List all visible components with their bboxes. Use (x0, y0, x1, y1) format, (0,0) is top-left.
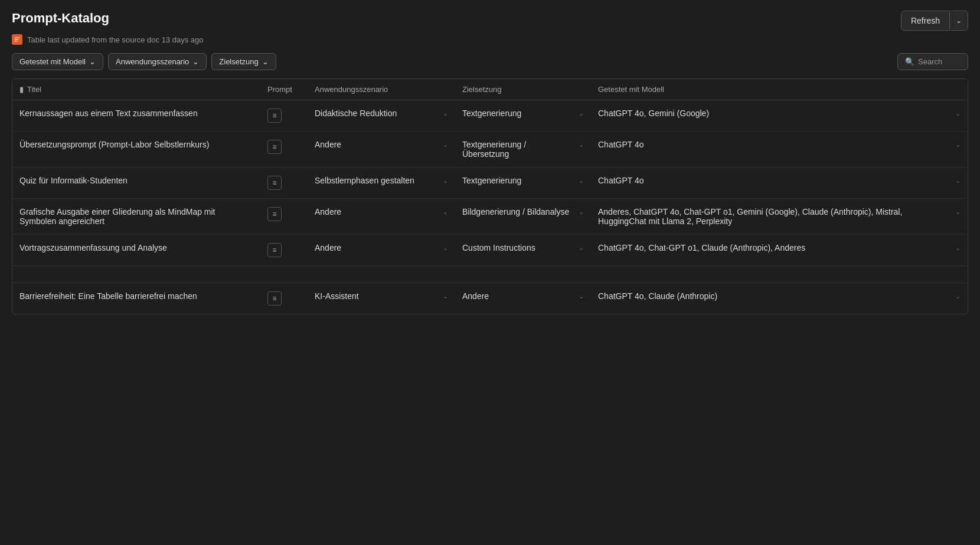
cell-modell: Anderes, ChatGPT 4o, Chat-GPT o1, Gemini… (591, 199, 968, 235)
table-row: Grafische Ausgabe einer Gliederung als M… (12, 199, 968, 235)
anwendung-value: Andere (315, 140, 439, 149)
ziel-chevron-icon[interactable]: ⌄ (579, 110, 584, 117)
filter-modell-button[interactable]: Getestet mit Modell ⌄ (12, 53, 103, 70)
cell-prompt[interactable]: ≡ (260, 199, 308, 235)
cell-anwendung: Andere⌄ (308, 132, 455, 168)
prompt-icon[interactable]: ≡ (267, 140, 282, 154)
ziel-chevron-icon[interactable]: ⌄ (579, 208, 584, 216)
refresh-chevron-button[interactable]: ⌄ (949, 12, 968, 29)
cell-ziel: Textgenerierung / Übersetzung⌄ (455, 132, 591, 168)
cell-modell (591, 266, 968, 283)
anwendung-value: Didaktische Reduktion (315, 109, 439, 118)
cell-titel: Quiz für Informatik-Studenten (12, 168, 260, 199)
prompt-icon[interactable]: ≡ (267, 291, 282, 306)
modell-chevron-icon[interactable]: ⌄ (955, 208, 961, 216)
col-modell-label: Getestet mit Modell (598, 85, 664, 94)
cell-prompt[interactable]: ≡ (260, 283, 308, 314)
modell-chevron-icon[interactable]: ⌄ (955, 244, 961, 252)
col-header-ziel: Zielsetzung (455, 79, 591, 100)
prompt-icon[interactable]: ≡ (267, 207, 282, 221)
cell-anwendung: KI-Assistent⌄ (308, 283, 455, 314)
cell-modell: ChatGPT 4o⌄ (591, 168, 968, 199)
filter-anwendung-button[interactable]: Anwendungsszenario ⌄ (108, 53, 207, 70)
cell-modell: ChatGPT 4o, Chat-GPT o1, Claude (Anthrop… (591, 235, 968, 266)
filter-buttons: Getestet mit Modell ⌄ Anwendungsszenario… (12, 53, 276, 70)
modell-value: Anderes, ChatGPT 4o, Chat-GPT o1, Gemini… (598, 207, 952, 226)
anwendung-chevron-icon[interactable]: ⌄ (443, 293, 448, 300)
ziel-value: Textgenerierung (462, 176, 575, 185)
ziel-chevron-icon[interactable]: ⌄ (579, 293, 584, 300)
filter-modell-chevron-icon: ⌄ (89, 57, 96, 66)
source-icon (12, 34, 22, 45)
table-row (12, 266, 968, 283)
cell-ziel: Andere⌄ (455, 283, 591, 314)
prompt-icon[interactable]: ≡ (267, 243, 282, 257)
cell-ziel (455, 266, 591, 283)
modell-chevron-icon[interactable]: ⌄ (955, 177, 961, 185)
col-title-label: Titel (27, 85, 41, 94)
cell-anwendung: Andere⌄ (308, 199, 455, 235)
cell-titel (12, 266, 260, 283)
cell-ziel: Textgenerierung⌄ (455, 100, 591, 132)
table-row: Kernaussagen aus einem Text zusammenfass… (12, 100, 968, 132)
cell-titel: Grafische Ausgabe einer Gliederung als M… (12, 199, 260, 235)
cell-modell: ChatGPT 4o⌄ (591, 132, 968, 168)
cell-prompt[interactable]: ≡ (260, 168, 308, 199)
table-row: Vortragszusammenfassung und Analyse≡Ande… (12, 235, 968, 266)
col-anwendung-label: Anwendungsszenario (315, 85, 388, 94)
anwendung-chevron-icon[interactable]: ⌄ (443, 208, 448, 216)
modell-value: ChatGPT 4o, Chat-GPT o1, Claude (Anthrop… (598, 243, 952, 252)
bookmark-icon: ▮ (19, 85, 24, 94)
cell-prompt[interactable]: ≡ (260, 100, 308, 132)
filter-modell-label: Getestet mit Modell (19, 57, 86, 66)
anwendung-chevron-icon[interactable]: ⌄ (443, 177, 448, 185)
filter-anwendung-chevron-icon: ⌄ (192, 57, 199, 66)
ziel-chevron-icon[interactable]: ⌄ (579, 177, 584, 185)
modell-chevron-icon[interactable]: ⌄ (955, 110, 961, 117)
main-table: ▮ Titel Prompt Anwendungsszenario Zielse… (12, 78, 968, 314)
ziel-chevron-icon[interactable]: ⌄ (579, 141, 584, 149)
ziel-value: Custom Instructions (462, 243, 575, 252)
refresh-button[interactable]: Refresh (901, 11, 949, 30)
cell-ziel: Bildgenerierung / Bildanalyse⌄ (455, 199, 591, 235)
table-row: Quiz für Informatik-Studenten≡Selbstlern… (12, 168, 968, 199)
modell-chevron-icon[interactable]: ⌄ (955, 141, 961, 149)
modell-value: ChatGPT 4o, Gemini (Google) (598, 109, 952, 118)
page-title: Prompt-Katalog (12, 11, 109, 26)
filter-ziel-label: Zielsetzung (219, 57, 258, 66)
col-header-anwendung: Anwendungsszenario (308, 79, 455, 100)
col-header-titel: ▮ Titel (12, 79, 260, 100)
cell-anwendung: Didaktische Reduktion⌄ (308, 100, 455, 132)
cell-anwendung (308, 266, 455, 283)
prompt-icon[interactable]: ≡ (267, 176, 282, 190)
anwendung-value: Andere (315, 243, 439, 252)
refresh-button-group: Refresh ⌄ (901, 11, 968, 31)
modell-chevron-icon[interactable]: ⌄ (955, 293, 961, 300)
col-prompt-label: Prompt (267, 85, 292, 94)
anwendung-chevron-icon[interactable]: ⌄ (443, 244, 448, 252)
anwendung-chevron-icon[interactable]: ⌄ (443, 141, 448, 149)
search-label: Search (918, 57, 942, 66)
filter-ziel-button[interactable]: Zielsetzung ⌄ (211, 53, 276, 70)
cell-prompt[interactable] (260, 266, 308, 283)
cell-titel: Barrierefreiheit: Eine Tabelle barrieref… (12, 283, 260, 314)
ziel-chevron-icon[interactable]: ⌄ (579, 244, 584, 252)
filter-row: Getestet mit Modell ⌄ Anwendungsszenario… (12, 53, 968, 70)
search-box[interactable]: 🔍 Search (897, 53, 968, 70)
table-header-row: ▮ Titel Prompt Anwendungsszenario Zielse… (12, 79, 968, 100)
cell-prompt[interactable]: ≡ (260, 235, 308, 266)
ziel-value: Andere (462, 291, 575, 301)
cell-prompt[interactable]: ≡ (260, 132, 308, 168)
search-icon: 🔍 (905, 57, 914, 66)
anwendung-value: Selbstlernphasen gestalten (315, 176, 439, 185)
anwendung-chevron-icon[interactable]: ⌄ (443, 110, 448, 117)
prompt-icon[interactable]: ≡ (267, 109, 282, 123)
cell-ziel: Textgenerierung⌄ (455, 168, 591, 199)
cell-titel: Vortragszusammenfassung und Analyse (12, 235, 260, 266)
ziel-value: Textgenerierung / Übersetzung (462, 140, 575, 159)
anwendung-value: KI-Assistent (315, 291, 439, 301)
table-row: Übersetzungsprompt (Prompt-Labor Selbstl… (12, 132, 968, 168)
cell-anwendung: Andere⌄ (308, 235, 455, 266)
col-header-prompt: Prompt (260, 79, 308, 100)
cell-titel: Kernaussagen aus einem Text zusammenfass… (12, 100, 260, 132)
